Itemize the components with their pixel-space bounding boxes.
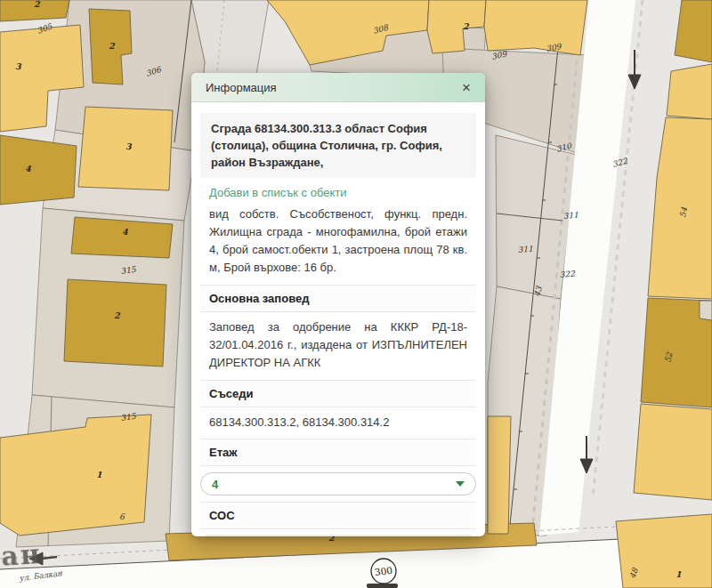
street-name-large: ан xyxy=(0,538,43,572)
building xyxy=(488,416,511,534)
map-label: 322 xyxy=(559,269,576,279)
section-heading-sos: СОС xyxy=(200,502,476,529)
map-label: 1 xyxy=(676,569,682,579)
map-label: 311 xyxy=(562,211,578,221)
building xyxy=(71,217,173,258)
dialog-title: Информация xyxy=(206,81,277,94)
neighbors-text: 68134.300.313.2, 68134.300.314.2 xyxy=(209,414,467,431)
dialog-header: Информация × xyxy=(191,73,485,102)
map-label: 54 xyxy=(678,206,689,218)
close-icon[interactable]: × xyxy=(462,80,471,95)
map-label: 311 xyxy=(517,245,533,254)
object-description: вид собств. Съсобственост, функц. предн.… xyxy=(209,205,467,277)
map-label: 4 xyxy=(25,164,31,173)
building xyxy=(667,64,712,119)
object-title: Сграда 68134.300.313.3 област София (сто… xyxy=(200,113,476,178)
floor-select[interactable]: 4 xyxy=(200,472,476,495)
main-order-text: Заповед за одобрение на КККР РД-18-32/01… xyxy=(209,318,467,372)
map-label: 1 xyxy=(96,470,102,479)
map-label: 4 xyxy=(122,227,128,237)
section-heading-main-order: Основна заповед xyxy=(200,285,476,312)
street-number-badge: 300 xyxy=(371,559,396,584)
section-heading-floor: Етаж xyxy=(200,439,476,466)
building xyxy=(700,301,712,320)
building xyxy=(64,279,166,366)
add-to-list-link[interactable]: Добави в списък с обекти xyxy=(209,186,467,199)
section-heading-neighbors: Съседи xyxy=(200,380,476,407)
chevron-down-icon xyxy=(456,481,465,487)
info-dialog: Информация × Сграда 68134.300.313.3 обла… xyxy=(191,73,485,536)
floor-selected-value: 4 xyxy=(212,478,218,491)
building xyxy=(634,404,712,500)
building xyxy=(675,0,712,62)
building xyxy=(0,135,77,205)
sos-list-item[interactable]: СОС 68134.300.313.3.4 област София (стол… xyxy=(200,535,476,536)
dialog-body: Сграда 68134.300.313.3 област София (сто… xyxy=(191,102,485,536)
building xyxy=(484,0,587,55)
partial-arrow-icon xyxy=(367,584,398,588)
